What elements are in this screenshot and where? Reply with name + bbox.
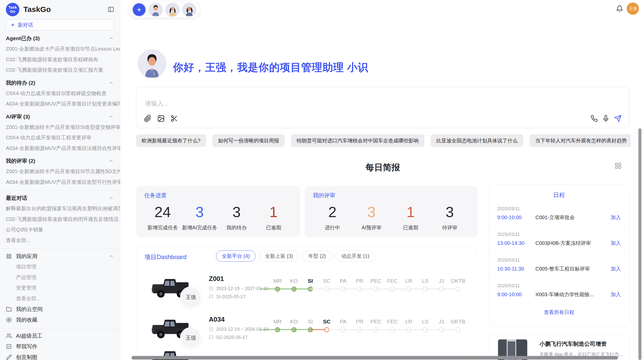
project-code: A034	[209, 316, 225, 323]
favorites-label: 我的收藏	[16, 316, 37, 323]
project-row-z001[interactable]: 王强 Z001 2023-12-19 ~ 2027-01-19 SI-2025-…	[136, 274, 477, 315]
sidebar-item-creative-drawing[interactable]: 创意制图	[6, 352, 120, 360]
user-avatar[interactable]: 王强	[627, 3, 639, 15]
stat-value: 1	[255, 203, 292, 221]
sidebar-item-cloud-space[interactable]: 我的云空间	[6, 304, 120, 314]
view-all-chats[interactable]: 查看全部...	[6, 235, 120, 246]
my-review-card: 我的评审 2 进行中 3 AI预评审 1 已逾期 3 待评审	[305, 186, 477, 237]
layout-grid-icon[interactable]	[614, 162, 622, 169]
stat-new-ai-completed: 3 新增AI完成任务	[181, 203, 218, 231]
schedule-title: 日程	[489, 185, 630, 202]
stat-label: 进行中	[313, 224, 352, 231]
add-agent-button[interactable]	[133, 3, 146, 16]
sidebar-item-product-mgmt[interactable]: 产品管理	[6, 272, 120, 283]
sidebar-task-item[interactable]: Z001-全新燃油皮卡产品开发项目SI节点Lesson Learn报告	[6, 44, 120, 54]
schedule-date: 2025/03/11	[497, 206, 621, 212]
sidebar-task-item[interactable]: C02-飞腾新能源轻客改款项目里程碑画布	[6, 54, 120, 65]
vertical-scrollbar[interactable]	[638, 128, 641, 360]
filter-new-platform[interactable]: 全新平台 (4)	[216, 250, 256, 262]
filter-powertrain[interactable]: 动总开发 (1)	[335, 250, 375, 262]
task-progress-title: 任务进度	[144, 192, 292, 199]
sidebar-task-item[interactable]: C0X4-动力总成开发项目SI里程碑提交物检查	[6, 88, 120, 99]
agent-avatar-2[interactable]	[166, 3, 179, 17]
schedule-entry: 2025/03/11 9:00-10:00 X003-车辆动力学性能验... 加…	[489, 279, 630, 304]
agent-avatar-1[interactable]	[149, 3, 163, 17]
sidebar-item-change-mgmt[interactable]: 变更管理	[6, 283, 120, 293]
sidebar-task-item[interactable]: A034-全新新能源MUV产品开发项目计划变更表编写	[6, 99, 120, 109]
recent-chat-item[interactable]: C02-飞腾新能源轻客改款项目的闭环通告反馈情况	[6, 214, 120, 225]
agent-avatar-3[interactable]	[182, 3, 196, 17]
clock-icon	[209, 327, 214, 332]
join-button[interactable]: 加入	[611, 265, 621, 272]
sidebar-task-item[interactable]: C0X4-动力总成开发项目工程变更评审	[6, 132, 120, 143]
my-apps-label: 我的应用	[16, 253, 37, 260]
sidebar-task-item[interactable]: A034-全新新能源MUV产品开发项目造型可行性评审	[6, 177, 120, 188]
new-chat-button[interactable]: 新对话	[6, 19, 114, 31]
recent-chat-item[interactable]: 解释最新出台的欧盟报废车法规再生塑料比例被调至15%...	[6, 203, 120, 214]
schedule-card: 日程 2025/03/11 9:00-10:00 C001-立项审批会 加入 2…	[488, 184, 630, 327]
sidebar-item-favorites[interactable]: 我的收藏	[6, 314, 120, 325]
milestone-fec: FEC	[384, 277, 401, 293]
schedule-event-title: X003-车辆动力学性能验...	[535, 291, 611, 298]
composer-input[interactable]: 请输入...	[145, 99, 168, 108]
milestone-dot	[456, 287, 461, 292]
milestone-pec: PEC	[368, 277, 384, 293]
stat-label: 已逾期	[391, 224, 430, 231]
write-icon	[6, 344, 12, 349]
sidebar-item-help-me-write[interactable]: 帮我写作	[6, 341, 120, 352]
sidebar-task-item[interactable]: Z001-全新燃油轻卡产品开发项目SI造型提交物评审	[6, 122, 120, 133]
schedule-time: 10:30-11:30	[497, 266, 535, 272]
sidebar-collapse-icon[interactable]	[108, 6, 114, 13]
send-icon[interactable]	[614, 115, 622, 122]
project-dashboard-card: 项目Dashboard 全新平台 (4) 全新上装 (3) 年型 (2) 动总开…	[136, 247, 477, 360]
stat-value: 3	[352, 203, 391, 221]
stat-label: 我的待办	[218, 224, 255, 231]
section-my-todo[interactable]: 我的待办 (2)	[6, 78, 120, 88]
filter-year-model[interactable]: 年型 (2)	[302, 250, 332, 262]
milestone-timeline: MRKOSISCPAPRPECFECLRLSJ1OKTB	[269, 318, 466, 333]
stat-value: 1	[391, 203, 430, 221]
project-owner-badge: 王强	[180, 327, 201, 349]
recent-chat-item[interactable]: 公司Q3轻卡销量	[6, 224, 120, 235]
chevron-up-icon	[108, 158, 114, 164]
join-button[interactable]: 加入	[611, 214, 621, 221]
sidebar-item-project-mgmt[interactable]: 项目管理	[6, 262, 120, 272]
app-logo: Task Go	[6, 3, 19, 16]
sidebar-task-item[interactable]: C02-飞腾新能源轻客改款项目立项汇报方案	[6, 65, 120, 76]
milestone-j1: J1	[433, 277, 450, 293]
suggestion-chip[interactable]: 比亚迪全固态电池计划具体说了什么	[431, 134, 523, 147]
voice-call-icon[interactable]	[591, 115, 598, 122]
suggestion-chip[interactable]: 欧洲新规最近颁布了什么?	[136, 134, 206, 147]
milestone-si: SI	[302, 277, 319, 293]
stat-label: 新增完成任务	[144, 224, 181, 231]
section-ai-review[interactable]: AI评审 (3)	[6, 111, 120, 122]
join-button[interactable]: 加入	[611, 291, 621, 298]
suggestion-chip[interactable]: 如何写一份清晰的项目周报	[212, 134, 285, 147]
stat-value: 2	[313, 203, 352, 221]
grid-icon	[6, 253, 12, 259]
filter-new-body[interactable]: 全新上装 (3)	[259, 250, 299, 262]
horizontal-scrollbar[interactable]	[131, 356, 618, 359]
attachment-icon[interactable]	[144, 115, 152, 122]
image-upload-icon[interactable]	[157, 115, 165, 122]
users-icon	[6, 333, 12, 339]
sidebar-task-item[interactable]: A034-全新新能源MUV产品开发项目法规符合性评审	[6, 143, 120, 154]
schedule-event-title: C003|H0B-方案冻结评审	[535, 240, 611, 247]
scissors-icon[interactable]	[170, 115, 178, 122]
assistant-avatar	[138, 49, 166, 78]
microphone-icon[interactable]	[602, 115, 609, 122]
flag-icon	[209, 335, 214, 340]
suggestion-chip[interactable]: 特朗普可能对进口汽车增税会对中国车企造成哪些影响	[291, 134, 424, 147]
view-all-schedule-link[interactable]: 查看所有日程	[489, 304, 630, 316]
section-my-review[interactable]: 我的评审 (2)	[6, 156, 120, 166]
suggestion-chip[interactable]: 当下年轻人对汽车外观有怎样的喜好趋势	[530, 134, 631, 147]
view-all-apps[interactable]: 查看全部...	[6, 293, 120, 304]
sidebar-task-item[interactable]: Z001-全新燃油轻卡产品开发项目SI节点属性5D文件评审	[6, 166, 120, 177]
section-recent-chats[interactable]: 最近对话	[6, 193, 120, 203]
notifications-bell-icon[interactable]	[616, 5, 623, 12]
section-title: 最近对话	[6, 194, 27, 202]
sidebar-item-my-apps[interactable]: 我的应用	[6, 251, 120, 262]
section-agent-done[interactable]: Agent已办 (3)	[6, 33, 120, 44]
sidebar-item-ai-super-staff[interactable]: AI超级员工	[6, 331, 120, 341]
join-button[interactable]: 加入	[611, 240, 621, 247]
